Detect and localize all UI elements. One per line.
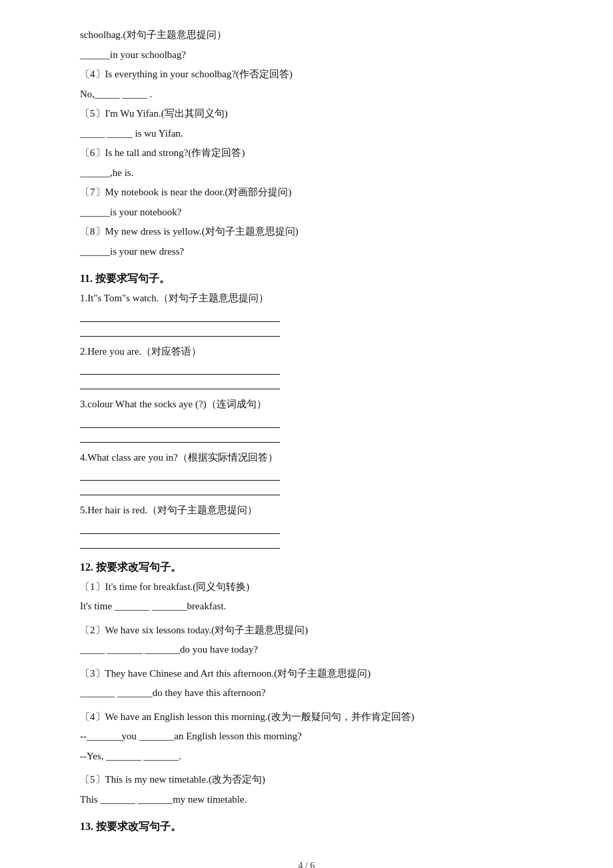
item-2-line-1 — [80, 363, 280, 375]
intro-line-8: ______,he is. — [80, 165, 533, 182]
page-number: 4 / 6 — [80, 861, 533, 868]
intro-line-2: ______in your schoolbag? — [80, 47, 533, 64]
item-2-prompt: 2.Here you are.（对应答语） — [80, 343, 533, 361]
s12-item-1-prompt: 〔1〕It's time for breakfast.(同义句转换) — [80, 579, 533, 596]
section-11: 11. 按要求写句子。 1.It"s Tom"s watch.（对句子主题意思提… — [80, 272, 533, 549]
s12-item-3-answer: _______ _______do they have this afterno… — [80, 685, 533, 702]
item-1-line-1 — [80, 310, 280, 322]
item-5-prompt: 5.Her hair is red.（对句子主题意思提问） — [80, 502, 533, 519]
page-content: schoolbag.(对句子主题意思提问） ______in your scho… — [80, 27, 533, 868]
section-12-item-5: 〔5〕This is my new timetable.(改为否定句) This… — [80, 771, 533, 808]
section-11-item-5: 5.Her hair is red.（对句子主题意思提问） — [80, 502, 533, 549]
item-1-prompt: 1.It"s Tom"s watch.（对句子主题意思提问） — [80, 290, 533, 307]
section-11-item-3: 3.colour What the socks aye (?)（连词成句） — [80, 396, 533, 443]
s12-item-5-prompt: 〔5〕This is my new timetable.(改为否定句) — [80, 771, 533, 789]
section-12-title: 12. 按要求改写句子。 — [80, 561, 533, 575]
section-12-item-2: 〔2〕We have six lessons today.(对句子主题意思提问)… — [80, 622, 533, 659]
intro-line-4: No,_____ _____ . — [80, 86, 533, 103]
item-5-line-1 — [80, 522, 280, 534]
section-11-item-2: 2.Here you are.（对应答语） — [80, 343, 533, 390]
intro-line-5: 〔5〕I'm Wu Yifan.(写出其同义句) — [80, 105, 533, 123]
item-1-line-2 — [80, 325, 280, 337]
item-4-line-1 — [80, 469, 280, 481]
s12-item-3-prompt: 〔3〕They have Chinese and Art this aftern… — [80, 665, 533, 683]
s12-item-5-answer: This _______ _______my new timetable. — [80, 791, 533, 809]
intro-line-1: schoolbag.(对句子主题意思提问） — [80, 27, 533, 44]
section-12-item-4: 〔4〕We have an English lesson this mornin… — [80, 709, 533, 765]
intro-line-12: ______is your new dress? — [80, 243, 533, 261]
intro-line-9: 〔7〕My notebook is near the door.(对画部分提问) — [80, 184, 533, 201]
s12-item-1-answer: It's time _______ _______breakfast. — [80, 598, 533, 615]
section-12: 12. 按要求改写句子。 〔1〕It's time for breakfast.… — [80, 561, 533, 809]
intro-section: schoolbag.(对句子主题意思提问） ______in your scho… — [80, 27, 533, 260]
intro-line-3: 〔4〕Is everything in your schoolbag?(作否定回… — [80, 66, 533, 83]
section-11-title: 11. 按要求写句子。 — [80, 272, 533, 286]
section-13: 13. 按要求改写句子。 — [80, 820, 533, 834]
s12-item-4-prompt: 〔4〕We have an English lesson this mornin… — [80, 709, 533, 726]
s12-item-2-answer: _____ _______ _______do you have today? — [80, 641, 533, 659]
section-11-item-1: 1.It"s Tom"s watch.（对句子主题意思提问） — [80, 290, 533, 337]
s12-item-2-prompt: 〔2〕We have six lessons today.(对句子主题意思提问) — [80, 622, 533, 639]
item-4-prompt: 4.What class are you in?（根据实际情况回答） — [80, 449, 533, 467]
section-12-item-3: 〔3〕They have Chinese and Art this aftern… — [80, 665, 533, 702]
intro-line-10: ______is your notebook? — [80, 204, 533, 221]
section-11-item-4: 4.What class are you in?（根据实际情况回答） — [80, 449, 533, 496]
section-13-title: 13. 按要求改写句子。 — [80, 820, 533, 834]
section-12-item-1: 〔1〕It's time for breakfast.(同义句转换) It's … — [80, 579, 533, 615]
item-3-line-1 — [80, 416, 280, 428]
item-3-prompt: 3.colour What the socks aye (?)（连词成句） — [80, 396, 533, 413]
item-3-line-2 — [80, 431, 280, 443]
item-2-line-2 — [80, 377, 280, 389]
item-4-line-2 — [80, 483, 280, 495]
item-5-line-2 — [80, 537, 280, 549]
intro-line-7: 〔6〕Is he tall and strong?(作肯定回答) — [80, 145, 533, 162]
intro-line-6: _____ _____ is wu Yifan. — [80, 125, 533, 143]
intro-line-11: 〔8〕My new dress is yellow.(对句子主题意思提问) — [80, 223, 533, 241]
s12-item-4-answer-2: --Yes, _______ _______. — [80, 748, 533, 765]
s12-item-4-answer-1: --_______you _______an English lesson th… — [80, 728, 533, 745]
